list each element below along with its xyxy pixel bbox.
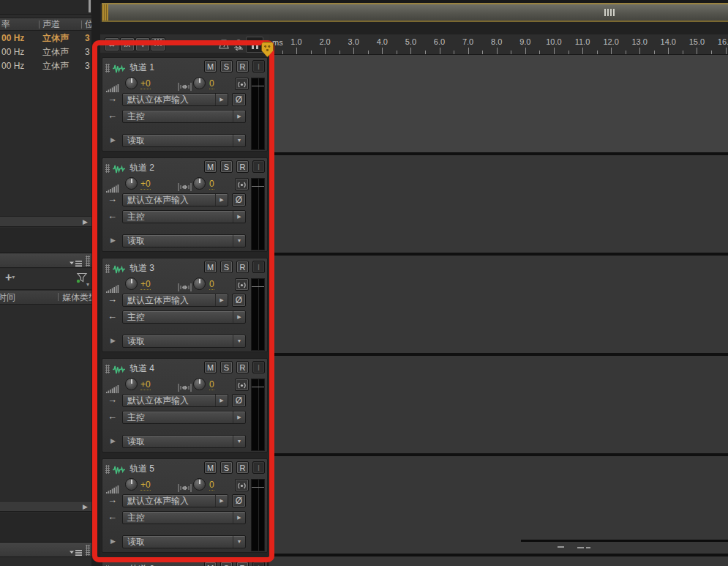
- move-tool-button[interactable]: ↔: [105, 37, 119, 51]
- mute-button[interactable]: M: [204, 361, 217, 373]
- pan-value[interactable]: 0: [209, 280, 214, 290]
- solo-button[interactable]: S: [220, 261, 233, 273]
- automation-expand-icon[interactable]: ▶: [110, 237, 116, 244]
- timeline-lane[interactable]: [269, 556, 728, 566]
- solo-button[interactable]: S: [220, 562, 233, 566]
- panel-grip[interactable]: [86, 545, 90, 556]
- timeline-lane[interactable]: [269, 256, 728, 353]
- automation-mode-select[interactable]: 读取 ▼: [122, 535, 246, 548]
- sync-clock-icon[interactable]: [233, 39, 244, 53]
- lower-panel-tab-bar[interactable]: [0, 542, 91, 557]
- monitor-input-button[interactable]: [235, 379, 249, 391]
- timeline-ruler[interactable]: ms 1.02.03.04.05.06.07.08.09.010.011.012…: [269, 34, 728, 55]
- output-select[interactable]: 主控 ▶: [122, 511, 246, 524]
- output-select[interactable]: 主控 ▶: [122, 110, 246, 123]
- input-select[interactable]: 默认立体声输入 ▶: [122, 93, 228, 106]
- track-name[interactable]: 轨道 5: [130, 463, 154, 475]
- timeline-lane[interactable]: [269, 55, 728, 152]
- chevron-right-icon[interactable]: ▶: [215, 395, 228, 406]
- mute-button[interactable]: M: [204, 160, 217, 173]
- automation-expand-icon[interactable]: ▶: [110, 136, 116, 144]
- input-select[interactable]: 默认立体声输入 ▶: [122, 394, 228, 407]
- input-select[interactable]: 默认立体声输入 ▶: [122, 294, 228, 307]
- pan-knob[interactable]: [193, 77, 206, 89]
- input-select[interactable]: 默认立体声输入 ▶: [122, 193, 228, 206]
- phase-invert-button[interactable]: Ø: [232, 93, 246, 106]
- column-media-type[interactable]: 媒体类型: [62, 291, 91, 304]
- solo-button[interactable]: S: [220, 361, 233, 373]
- automation-expand-icon[interactable]: ▶: [110, 537, 116, 545]
- insert-button[interactable]: ↓: [135, 37, 150, 51]
- chevron-right-icon[interactable]: ▶: [215, 194, 228, 206]
- phase-invert-button[interactable]: Ø: [232, 494, 246, 507]
- volume-value[interactable]: +0: [140, 179, 151, 190]
- automation-mode-select[interactable]: 读取 ▼: [122, 335, 246, 348]
- input-monitor-button[interactable]: I: [252, 60, 265, 72]
- input-monitor-button[interactable]: I: [252, 361, 265, 373]
- track-drag-handle[interactable]: [105, 264, 110, 273]
- volume-knob[interactable]: [125, 177, 138, 190]
- phase-invert-button[interactable]: Ø: [232, 193, 246, 206]
- navigator-handle[interactable]: [604, 9, 615, 16]
- chevron-right-icon[interactable]: ▶: [215, 294, 228, 306]
- track-drag-handle[interactable]: [105, 164, 110, 173]
- add-file-icon[interactable]: +▾: [5, 271, 15, 284]
- chevron-right-icon[interactable]: ▶: [233, 412, 245, 423]
- track-name[interactable]: 轨道 3: [130, 262, 154, 275]
- panel-divider[interactable]: [91, 0, 100, 566]
- monitor-input-button[interactable]: [235, 78, 249, 90]
- mixer-button[interactable]: [151, 37, 165, 51]
- files-horizontal-scrollbar[interactable]: ▶: [0, 216, 91, 227]
- automation-expand-icon[interactable]: ▶: [110, 437, 116, 444]
- record-arm-button[interactable]: R: [236, 60, 249, 72]
- input-monitor-button[interactable]: I: [252, 160, 265, 173]
- mute-button[interactable]: M: [204, 461, 217, 474]
- column-duration[interactable]: 持续时间: [0, 291, 31, 304]
- volume-value[interactable]: +0: [140, 380, 151, 390]
- chevron-right-icon[interactable]: ▶: [215, 495, 228, 507]
- record-arm-button[interactable]: R: [236, 562, 249, 566]
- pan-knob[interactable]: [193, 278, 206, 290]
- chevron-right-icon[interactable]: ▶: [215, 94, 228, 105]
- track-drag-handle[interactable]: [105, 365, 110, 373]
- phase-invert-button[interactable]: Ø: [232, 394, 246, 407]
- phase-invert-button[interactable]: Ø: [232, 294, 246, 307]
- output-select[interactable]: 主控 ▶: [122, 210, 246, 223]
- track-drag-handle[interactable]: [105, 465, 110, 474]
- files-vertical-scrollbar[interactable]: [89, 0, 91, 12]
- record-arm-button[interactable]: R: [236, 461, 249, 474]
- track-name[interactable]: 轨道 1: [130, 62, 154, 74]
- scroll-right-icon[interactable]: ▶: [83, 218, 88, 226]
- pan-knob[interactable]: [193, 177, 206, 190]
- automation-mode-select[interactable]: 读取 ▼: [122, 435, 246, 448]
- track-name[interactable]: 轨道 6: [130, 563, 154, 566]
- monitor-input-button[interactable]: [235, 278, 249, 291]
- panel-grip[interactable]: [86, 256, 90, 267]
- track-name[interactable]: 轨道 2: [130, 162, 154, 174]
- chevron-right-icon[interactable]: ▶: [233, 211, 245, 223]
- media-horizontal-scrollbar[interactable]: ▶: [0, 501, 91, 512]
- scroll-right-icon[interactable]: ▶: [83, 503, 88, 510]
- input-select[interactable]: 默认立体声输入 ▶: [122, 494, 228, 507]
- chevron-right-icon[interactable]: ▶: [233, 311, 245, 323]
- volume-value[interactable]: +0: [140, 280, 151, 290]
- output-select[interactable]: 主控 ▶: [122, 310, 246, 324]
- volume-knob[interactable]: [125, 77, 138, 89]
- chevron-down-icon[interactable]: ▼: [233, 235, 245, 247]
- mute-button[interactable]: M: [204, 562, 217, 566]
- column-sample-rate[interactable]: 率: [1, 18, 10, 31]
- automation-mode-select[interactable]: 读取 ▼: [122, 234, 246, 247]
- mute-button[interactable]: M: [204, 60, 217, 72]
- media-panel-tab-bar[interactable]: [0, 253, 91, 268]
- volume-knob[interactable]: [125, 478, 138, 491]
- volume-knob[interactable]: [125, 278, 138, 290]
- automation-expand-icon[interactable]: ▶: [110, 337, 116, 344]
- metronome-icon[interactable]: [217, 39, 230, 53]
- track-name[interactable]: 轨道 4: [130, 362, 154, 375]
- chevron-right-icon[interactable]: ▶: [233, 512, 245, 524]
- panel-menu-icon[interactable]: [70, 546, 83, 559]
- pan-value[interactable]: 0: [209, 79, 214, 89]
- filter-icon[interactable]: ▾: [76, 272, 88, 286]
- volume-knob[interactable]: [125, 378, 138, 390]
- volume-value[interactable]: +0: [140, 79, 151, 89]
